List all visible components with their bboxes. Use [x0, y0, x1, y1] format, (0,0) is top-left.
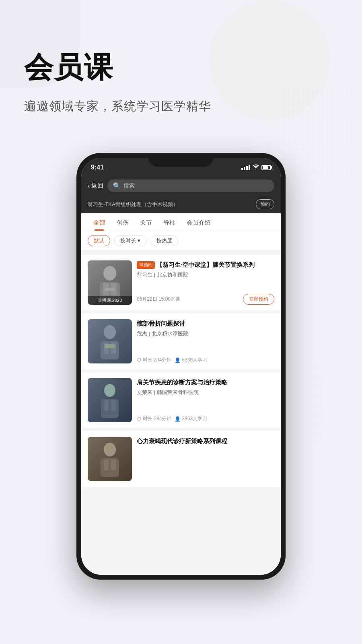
battery-icon — [261, 165, 271, 170]
reserve-banner-button[interactable]: 预约 — [256, 199, 274, 209]
clock-icon: ⏱ — [137, 357, 142, 363]
students-3: 👤 3853人学习 — [175, 415, 207, 422]
course-badge-title-1: 可预约 【翁习生·空中课堂】膝关节置换系列 — [137, 260, 274, 269]
course-thumb-1: 直播课.2020 — [88, 260, 132, 305]
course-thumb-4 — [88, 437, 132, 481]
clock-icon-3: ⏱ — [137, 416, 142, 422]
course-banner: 翁习生-TKA骨组织处理（含手术视频） 预约 — [81, 196, 281, 213]
reserve-button-1[interactable]: 立即预约 — [243, 294, 274, 305]
svg-rect-12 — [104, 400, 109, 411]
svg-point-14 — [104, 443, 116, 456]
phone-outer: 9:41 — [76, 153, 286, 580]
tab-bar: 全部 创伤 关节 脊柱 会员介绍 — [81, 213, 281, 231]
wifi-icon — [253, 164, 259, 171]
course-title-3: 肩关节疾患的诊断方案与治疗策略 — [137, 379, 227, 386]
svg-rect-13 — [111, 400, 115, 411]
header-area: 会员课 遍邀领域专家，系统学习医学精华 — [24, 48, 211, 115]
search-placeholder: 搜索 — [123, 182, 135, 190]
phone-mockup: 9:41 — [76, 153, 286, 596]
phone-notch — [149, 153, 213, 167]
back-chevron-icon: ‹ — [88, 182, 90, 189]
course-meta-2: ⏱ 时长:204分钟 👤 5338人学习 — [137, 357, 274, 363]
tab-joint[interactable]: 关节 — [134, 213, 158, 231]
people-icon-3: 👤 — [175, 416, 181, 422]
back-button[interactable]: ‹ 返回 — [88, 182, 103, 190]
course-title-1: 【翁习生·空中课堂】膝关节置换系列 — [156, 260, 255, 269]
svg-point-10 — [104, 384, 115, 397]
back-label: 返回 — [91, 182, 103, 190]
page-subtitle: 遍邀领域专家，系统学习医学精华 — [24, 98, 211, 115]
course-title-4: 心力衰竭现代诊疗新策略系列课程 — [137, 438, 227, 444]
svg-rect-16 — [104, 459, 109, 471]
course-title-2: 髋部骨折问题探讨 — [137, 320, 185, 327]
thumb-label-1: 直播课.2020 — [88, 296, 132, 305]
nav-bar: ‹ 返回 🔍 搜索 — [81, 175, 281, 196]
duration-3: ⏱ 时长:584分钟 — [137, 415, 171, 422]
course-author-2: 危杰 | 北京积水潭医院 — [137, 330, 274, 337]
course-list: 直播课.2020 可预约 【翁习生·空中课堂】膝关节置换系列 翁习生 | 北京协… — [81, 251, 281, 494]
course-date-1: 05月22日 15:00直播 — [137, 296, 180, 303]
course-card-3[interactable]: 肩关节疾患的诊断方案与治疗策略 文荣来 | 韩国荣来骨科医院 ⏱ 时长:584分… — [81, 372, 281, 428]
tab-all[interactable]: 全部 — [88, 213, 111, 231]
filter-duration[interactable]: 按时长 ▾ — [114, 235, 146, 246]
search-icon: 🔍 — [113, 182, 121, 190]
svg-point-5 — [104, 325, 116, 339]
svg-rect-9 — [105, 344, 115, 348]
course-info-4: 心力衰竭现代诊疗新策略系列课程 — [137, 437, 274, 481]
course-info-2: 髋部骨折问题探讨 危杰 | 北京积水潭医院 ⏱ 时长:204分钟 👤 — [137, 319, 274, 363]
filter-bar: 默认 按时长 ▾ 按热度 — [81, 231, 281, 251]
bg-dots-top-right — [282, 89, 354, 177]
svg-rect-17 — [111, 459, 116, 471]
course-banner-text: 翁习生-TKA骨组织处理（含手术视频） — [88, 201, 178, 208]
students-2: 👤 5338人学习 — [175, 357, 207, 363]
bg-dots-bottom-right — [290, 362, 354, 443]
course-thumb-3 — [88, 378, 132, 422]
filter-default[interactable]: 默认 — [88, 235, 110, 246]
svg-point-0 — [103, 266, 116, 281]
phone-screen: 9:41 — [81, 158, 281, 575]
course-author-3: 文荣来 | 韩国荣来骨科医院 — [137, 389, 274, 396]
course-author-1: 翁习生 | 北京协和医院 — [137, 271, 274, 279]
svg-rect-4 — [105, 288, 115, 291]
tab-spine[interactable]: 脊柱 — [158, 213, 181, 231]
course-meta-3: ⏱ 时长:584分钟 👤 3853人学习 — [137, 415, 274, 422]
status-time: 9:41 — [91, 164, 104, 171]
svg-rect-11 — [101, 399, 119, 418]
course-card-2[interactable]: 髋部骨折问题探讨 危杰 | 北京积水潭医院 ⏱ 时长:204分钟 👤 — [81, 314, 281, 369]
people-icon: 👤 — [175, 357, 181, 363]
app-content: ‹ 返回 🔍 搜索 翁习生-TKA骨组织处理（含手术视频） 预约 全部 — [81, 175, 281, 575]
signal-icon — [241, 165, 250, 170]
course-card-4[interactable]: 心力衰竭现代诊疗新策略系列课程 — [81, 431, 281, 487]
duration-2: ⏱ 时长:204分钟 — [137, 357, 171, 363]
tab-trauma[interactable]: 创伤 — [111, 213, 134, 231]
search-bar[interactable]: 🔍 搜索 — [107, 180, 274, 192]
course-info-1: 可预约 【翁习生·空中课堂】膝关节置换系列 翁习生 | 北京协和医院 05月22… — [137, 260, 274, 305]
page-title: 会员课 — [24, 48, 211, 87]
status-icons — [241, 164, 271, 171]
tab-member-intro[interactable]: 会员介绍 — [181, 213, 216, 231]
course-info-3: 肩关节疾患的诊断方案与治疗策略 文荣来 | 韩国荣来骨科医院 ⏱ 时长:584分… — [137, 378, 274, 422]
filter-popularity[interactable]: 按热度 — [150, 235, 178, 246]
svg-rect-6 — [101, 341, 119, 359]
reservable-badge-1: 可预约 — [137, 261, 155, 269]
course-thumb-2 — [88, 319, 132, 363]
svg-rect-15 — [101, 458, 119, 477]
course-card-1[interactable]: 直播课.2020 可预约 【翁习生·空中课堂】膝关节置换系列 翁习生 | 北京协… — [81, 255, 281, 310]
